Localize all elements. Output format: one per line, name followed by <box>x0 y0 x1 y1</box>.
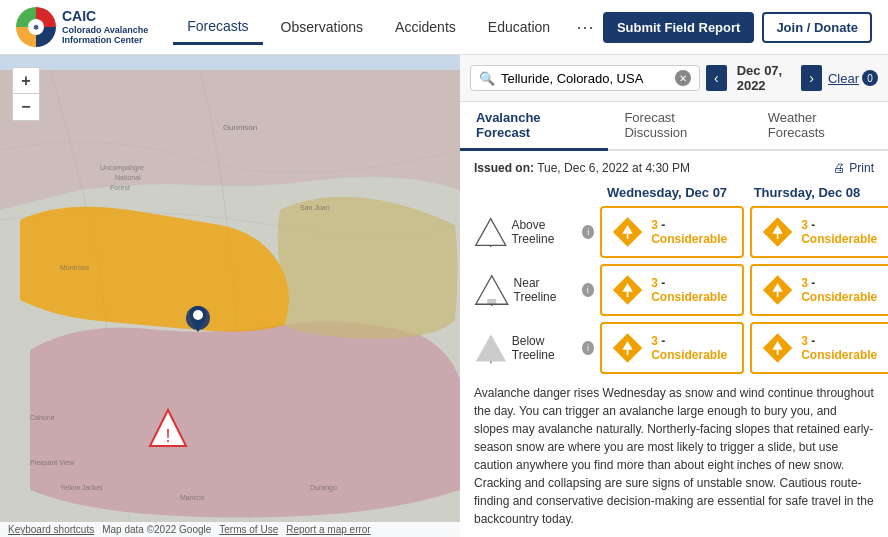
svg-text:Montrose: Montrose <box>60 264 89 271</box>
search-icon: 🔍 <box>479 71 495 86</box>
danger-level-above-wed: 3 - Considerable <box>651 218 732 246</box>
svg-marker-20 <box>476 219 506 246</box>
svg-text:Pleasant View: Pleasant View <box>30 459 75 466</box>
svg-text:Uncompahgre: Uncompahgre <box>100 164 144 172</box>
svg-text:National: National <box>115 174 141 181</box>
above-treeline-icon <box>474 214 507 250</box>
danger-icon-below-wed <box>612 330 643 366</box>
svg-text:Gunnison: Gunnison <box>223 123 257 132</box>
danger-card-near-thu: 3 - Considerable <box>750 264 888 316</box>
svg-text:!: ! <box>165 426 170 446</box>
zone-label-below: Below Treeline i <box>474 330 594 366</box>
svg-text:Mancos: Mancos <box>180 494 205 501</box>
svg-text:Cahone: Cahone <box>30 414 55 421</box>
zone-row-above-treeline: Above Treeline i 3 - Considerable <box>474 206 874 258</box>
tab-avalanche-forecast[interactable]: Avalanche Forecast <box>460 102 608 151</box>
danger-icon-above-thu <box>762 214 793 250</box>
date-display: Dec 07, 2022 <box>733 63 796 93</box>
nav-accidents[interactable]: Accidents <box>381 11 470 43</box>
zoom-out-button[interactable]: − <box>13 94 39 120</box>
svg-rect-30 <box>487 299 496 304</box>
danger-card-above-thu: 3 - Considerable <box>750 206 888 258</box>
forecast-panel: 🔍 ✕ ‹ Dec 07, 2022 › Clear 0 Avalanche F… <box>460 55 888 537</box>
danger-icon-above-wed <box>612 214 643 250</box>
forecast-description: Avalanche danger rises Wednesday as snow… <box>474 384 874 528</box>
forecast-tabs: Avalanche Forecast Forecast Discussion W… <box>460 102 888 151</box>
clear-badge: 0 <box>862 70 878 86</box>
zoom-in-button[interactable]: + <box>13 68 39 94</box>
danger-level-above-thu: 3 - Considerable <box>801 218 882 246</box>
search-bar: 🔍 ✕ ‹ Dec 07, 2022 › Clear 0 <box>460 55 888 102</box>
logo-icon: ❄ <box>16 7 56 47</box>
logo: ❄ CAIC Colorado Avalanche Information Ce… <box>16 7 148 47</box>
danger-card-below-thu: 3 - Considerable <box>750 322 888 374</box>
svg-text:Yellow Jacket: Yellow Jacket <box>60 484 102 491</box>
zone-label-above: Above Treeline i <box>474 214 594 250</box>
svg-text:Forest: Forest <box>110 184 130 191</box>
zone-row-below-treeline: Below Treeline i 3 - Considerable <box>474 322 874 374</box>
zone-label-near: Near Treeline i <box>474 272 594 308</box>
svg-marker-37 <box>476 335 506 362</box>
nav-forecasts[interactable]: Forecasts <box>173 10 262 45</box>
map-area: ! Gunnison Uncompahgre National Forest M… <box>0 55 460 537</box>
header: ❄ CAIC Colorado Avalanche Information Ce… <box>0 0 888 55</box>
svg-text:San Juan: San Juan <box>300 204 330 211</box>
tab-weather-forecasts[interactable]: Weather Forecasts <box>752 102 888 151</box>
next-date-button[interactable]: › <box>801 65 822 91</box>
danger-card-above-wed: 3 - Considerable <box>600 206 744 258</box>
search-input-wrap: 🔍 ✕ <box>470 65 700 91</box>
svg-point-6 <box>193 310 203 320</box>
forecast-content: Issued on: Tue, Dec 6, 2022 at 4:30 PM 🖨… <box>460 151 888 537</box>
danger-icon-near-thu <box>762 272 793 308</box>
info-icon-near[interactable]: i <box>582 283 594 297</box>
nav-observations[interactable]: Observations <box>267 11 377 43</box>
issued-line: Issued on: Tue, Dec 6, 2022 at 4:30 PM 🖨… <box>474 161 874 175</box>
danger-level-near-wed: 3 - Considerable <box>651 276 732 304</box>
day-headers-row: Wednesday, Dec 07 Thursday, Dec 08 <box>474 185 874 200</box>
day-header-thu: Thursday, Dec 08 <box>740 185 874 200</box>
near-treeline-icon <box>474 272 510 308</box>
danger-card-below-wed: 3 - Considerable <box>600 322 744 374</box>
danger-level-below-wed: 3 - Considerable <box>651 334 732 362</box>
main-content: ! Gunnison Uncompahgre National Forest M… <box>0 55 888 537</box>
danger-icon-below-thu <box>762 330 793 366</box>
clear-search-button[interactable]: ✕ <box>675 70 691 86</box>
search-input[interactable] <box>501 71 669 86</box>
tab-forecast-discussion[interactable]: Forecast Discussion <box>608 102 751 151</box>
below-treeline-icon <box>474 330 508 366</box>
print-icon: 🖨 <box>833 161 845 175</box>
danger-level-near-thu: 3 - Considerable <box>801 276 882 304</box>
prev-date-button[interactable]: ‹ <box>706 65 727 91</box>
svg-text:❄: ❄ <box>33 24 39 31</box>
join-donate-button[interactable]: Join / Donate <box>762 12 872 43</box>
info-icon-below[interactable]: i <box>582 341 594 355</box>
danger-level-below-thu: 3 - Considerable <box>801 334 882 362</box>
zone-row-near-treeline: Near Treeline i 3 - Considerable <box>474 264 874 316</box>
info-icon-above[interactable]: i <box>582 225 594 239</box>
map-svg: ! Gunnison Uncompahgre National Forest M… <box>0 55 460 537</box>
svg-text:Durango: Durango <box>310 484 337 492</box>
map-footer: Keyboard shortcuts Map data ©2022 Google… <box>0 522 460 537</box>
danger-card-near-wed: 3 - Considerable <box>600 264 744 316</box>
print-button[interactable]: 🖨 Print <box>833 161 874 175</box>
danger-icon-near-wed <box>612 272 643 308</box>
nav-education[interactable]: Education <box>474 11 564 43</box>
submit-field-report-button[interactable]: Submit Field Report <box>603 12 755 43</box>
logo-text: CAIC Colorado Avalanche Information Cent… <box>62 8 148 46</box>
clear-button[interactable]: Clear 0 <box>828 70 878 86</box>
main-nav: Forecasts Observations Accidents Educati… <box>172 10 603 45</box>
more-menu-icon[interactable]: ⋯ <box>568 16 602 38</box>
day-header-wed: Wednesday, Dec 07 <box>600 185 734 200</box>
header-buttons: Submit Field Report Join / Donate <box>603 12 872 43</box>
zoom-controls: + − <box>12 67 40 121</box>
